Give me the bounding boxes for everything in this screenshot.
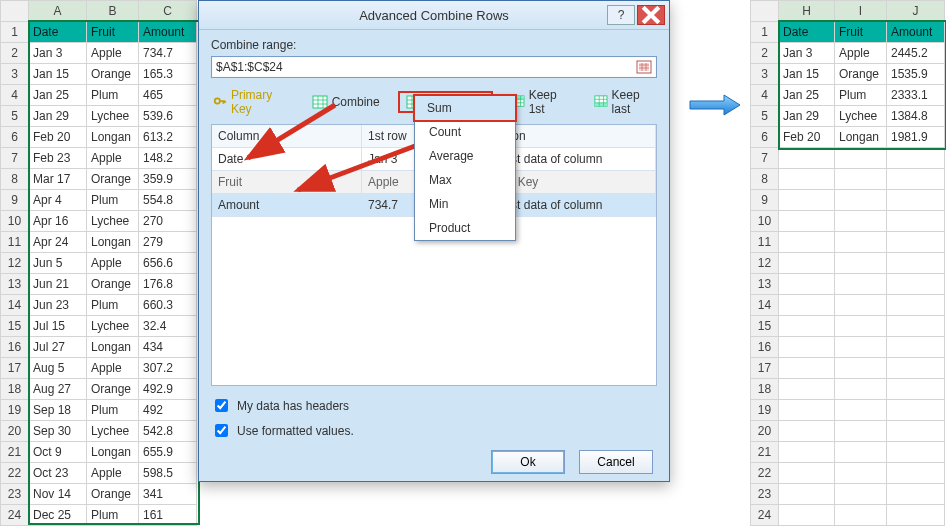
cancel-button[interactable]: Cancel (579, 450, 653, 474)
table-row[interactable]: 6Feb 20Longan613.2 (1, 127, 197, 148)
table-row[interactable]: 23Nov 14Orange341 (1, 484, 197, 505)
table-row[interactable]: 23 (751, 484, 945, 505)
table-row[interactable]: 4Jan 25Plum2333.1 (751, 85, 945, 106)
table-row[interactable]: 12Jun 5Apple656.6 (1, 253, 197, 274)
range-picker-icon[interactable] (636, 60, 652, 74)
row-header[interactable]: 14 (751, 295, 779, 316)
col-header-c[interactable]: C (139, 1, 197, 22)
row-header[interactable]: 17 (1, 358, 29, 379)
row-header[interactable]: 24 (751, 505, 779, 526)
row-header[interactable]: 5 (751, 106, 779, 127)
row-header[interactable]: 5 (1, 106, 29, 127)
row-header[interactable]: 13 (751, 274, 779, 295)
combine-button[interactable]: Combine (312, 95, 380, 109)
left-spreadsheet[interactable]: A B C 1DateFruitAmount2Jan 3Apple734.73J… (0, 0, 197, 526)
keep-first-button[interactable]: Keep 1st (511, 88, 570, 116)
table-row[interactable]: 20 (751, 421, 945, 442)
table-row[interactable]: 20Sep 30Lychee542.8 (1, 421, 197, 442)
select-all-corner[interactable] (751, 1, 779, 22)
table-row[interactable]: 14 (751, 295, 945, 316)
row-header[interactable]: 23 (1, 484, 29, 505)
col-header-h[interactable]: H (779, 1, 835, 22)
row-header[interactable]: 21 (751, 442, 779, 463)
row-header[interactable]: 2 (1, 43, 29, 64)
dropdown-item-max[interactable]: Max (415, 168, 515, 192)
dropdown-item-sum[interactable]: Sum (413, 94, 517, 122)
row-header[interactable]: 18 (751, 379, 779, 400)
row-header[interactable]: 8 (751, 169, 779, 190)
grid-header-column[interactable]: Column (212, 125, 362, 147)
table-row[interactable]: 16 (751, 337, 945, 358)
calculate-dropdown[interactable]: Sum Count Average Max Min Product (414, 95, 516, 241)
table-row[interactable]: 17Aug 5Apple307.2 (1, 358, 197, 379)
table-row[interactable]: 24Dec 25Plum161 (1, 505, 197, 526)
col-header-i[interactable]: I (835, 1, 887, 22)
dialog-titlebar[interactable]: Advanced Combine Rows ? (199, 1, 669, 30)
table-row[interactable]: 9Apr 4Plum554.8 (1, 190, 197, 211)
table-row[interactable]: 3Jan 15Orange1535.9 (751, 64, 945, 85)
table-row[interactable]: 3Jan 15Orange165.3 (1, 64, 197, 85)
row-header[interactable]: 16 (751, 337, 779, 358)
dropdown-item-count[interactable]: Count (415, 120, 515, 144)
primary-key-button[interactable]: Primary Key (213, 88, 288, 116)
keep-last-button[interactable]: Keep last (594, 88, 655, 116)
table-row[interactable]: 13Jun 21Orange176.8 (1, 274, 197, 295)
row-header[interactable]: 8 (1, 169, 29, 190)
ok-button[interactable]: Ok (491, 450, 565, 474)
table-row[interactable]: 8 (751, 169, 945, 190)
table-row[interactable]: 9 (751, 190, 945, 211)
table-row[interactable]: 24 (751, 505, 945, 526)
row-header[interactable]: 7 (751, 148, 779, 169)
row-header[interactable]: 9 (751, 190, 779, 211)
table-row[interactable]: 16Jul 27Longan434 (1, 337, 197, 358)
row-header[interactable]: 4 (1, 85, 29, 106)
table-row[interactable]: 14Jun 23Plum660.3 (1, 295, 197, 316)
table-row[interactable]: 19 (751, 400, 945, 421)
row-header[interactable]: 19 (1, 400, 29, 421)
row-header[interactable]: 17 (751, 358, 779, 379)
row-header[interactable]: 12 (751, 253, 779, 274)
col-header-j[interactable]: J (887, 1, 945, 22)
row-header[interactable]: 18 (1, 379, 29, 400)
combine-range-input[interactable]: $A$1:$C$24 (211, 56, 657, 78)
table-row[interactable]: 13 (751, 274, 945, 295)
table-row[interactable]: 11 (751, 232, 945, 253)
table-row[interactable]: 6Feb 20Longan1981.9 (751, 127, 945, 148)
row-header[interactable]: 21 (1, 442, 29, 463)
select-all-corner[interactable] (1, 1, 29, 22)
use-formatted-values-checkbox[interactable]: Use formatted values. (211, 421, 657, 440)
row-header[interactable]: 10 (1, 211, 29, 232)
row-header[interactable]: 9 (1, 190, 29, 211)
table-row[interactable]: 21Oct 9Longan655.9 (1, 442, 197, 463)
my-data-has-headers-checkbox[interactable]: My data has headers (211, 396, 657, 415)
row-header[interactable]: 6 (751, 127, 779, 148)
table-row[interactable]: 22 (751, 463, 945, 484)
row-header[interactable]: 13 (1, 274, 29, 295)
row-header[interactable]: 2 (751, 43, 779, 64)
close-button[interactable] (637, 5, 665, 25)
table-row[interactable]: 18 (751, 379, 945, 400)
table-row[interactable]: 19Sep 18Plum492 (1, 400, 197, 421)
row-header[interactable]: 6 (1, 127, 29, 148)
col-header-a[interactable]: A (29, 1, 87, 22)
row-header[interactable]: 3 (751, 64, 779, 85)
table-row[interactable]: 11Apr 24Longan279 (1, 232, 197, 253)
row-header[interactable]: 1 (1, 22, 29, 43)
row-header[interactable]: 10 (751, 211, 779, 232)
row-header[interactable]: 24 (1, 505, 29, 526)
table-row[interactable]: 5Jan 29Lychee1384.8 (751, 106, 945, 127)
table-row[interactable]: 8Mar 17Orange359.9 (1, 169, 197, 190)
table-row[interactable]: 22Oct 23Apple598.5 (1, 463, 197, 484)
row-header[interactable]: 19 (751, 400, 779, 421)
table-row[interactable]: 2Jan 3Apple734.7 (1, 43, 197, 64)
table-row[interactable]: 7 (751, 148, 945, 169)
table-row[interactable]: 10 (751, 211, 945, 232)
row-header[interactable]: 1 (751, 22, 779, 43)
dropdown-item-average[interactable]: Average (415, 144, 515, 168)
row-header[interactable]: 14 (1, 295, 29, 316)
table-row[interactable]: 7Feb 23Apple148.2 (1, 148, 197, 169)
row-header[interactable]: 20 (751, 421, 779, 442)
row-header[interactable]: 23 (751, 484, 779, 505)
table-row[interactable]: 18Aug 27Orange492.9 (1, 379, 197, 400)
table-row[interactable]: 17 (751, 358, 945, 379)
